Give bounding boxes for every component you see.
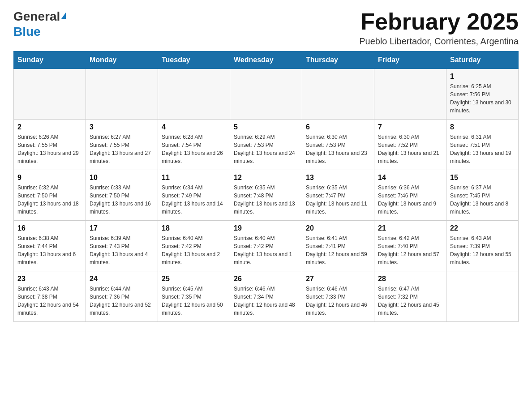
day-detail: Sunrise: 6:46 AMSunset: 7:33 PMDaylight:… — [306, 285, 370, 317]
day-number: 2 — [17, 123, 82, 131]
calendar-cell: 27Sunrise: 6:46 AMSunset: 7:33 PMDayligh… — [302, 271, 374, 322]
day-detail: Sunrise: 6:38 AMSunset: 7:44 PMDaylight:… — [17, 234, 82, 266]
day-number: 22 — [450, 224, 515, 232]
calendar-cell: 5Sunrise: 6:29 AMSunset: 7:53 PMDaylight… — [230, 120, 302, 170]
calendar-cell: 28Sunrise: 6:47 AMSunset: 7:32 PMDayligh… — [374, 271, 446, 322]
logo-arrow-icon — [61, 13, 66, 19]
calendar-day-header: Monday — [86, 51, 158, 69]
day-number: 10 — [90, 174, 154, 182]
day-number: 7 — [378, 123, 442, 131]
day-detail: Sunrise: 6:33 AMSunset: 7:50 PMDaylight:… — [90, 184, 154, 216]
day-number: 9 — [17, 174, 82, 182]
calendar-cell: 20Sunrise: 6:41 AMSunset: 7:41 PMDayligh… — [302, 221, 374, 271]
calendar-cell: 11Sunrise: 6:34 AMSunset: 7:49 PMDayligh… — [158, 170, 230, 221]
calendar-cell: 12Sunrise: 6:35 AMSunset: 7:48 PMDayligh… — [230, 170, 302, 221]
calendar-cell — [230, 69, 302, 120]
day-number: 28 — [378, 275, 442, 283]
day-detail: Sunrise: 6:25 AMSunset: 7:56 PMDaylight:… — [450, 82, 515, 115]
day-detail: Sunrise: 6:28 AMSunset: 7:54 PMDaylight:… — [162, 133, 226, 165]
day-detail: Sunrise: 6:42 AMSunset: 7:40 PMDaylight:… — [378, 234, 442, 266]
day-detail: Sunrise: 6:34 AMSunset: 7:49 PMDaylight:… — [162, 184, 226, 216]
calendar-week-row: 2Sunrise: 6:26 AMSunset: 7:55 PMDaylight… — [14, 120, 519, 170]
calendar-cell: 21Sunrise: 6:42 AMSunset: 7:40 PMDayligh… — [374, 221, 446, 271]
day-number: 17 — [90, 224, 154, 232]
calendar-cell: 24Sunrise: 6:44 AMSunset: 7:36 PMDayligh… — [86, 271, 158, 322]
calendar-day-header: Wednesday — [230, 51, 302, 69]
calendar-cell — [374, 69, 446, 120]
title-block: February 2025 Pueblo Libertador, Corrien… — [359, 9, 519, 47]
calendar-day-header: Friday — [374, 51, 446, 69]
day-number: 1 — [450, 73, 515, 81]
logo-blue-text: Blue — [13, 25, 41, 39]
day-detail: Sunrise: 6:44 AMSunset: 7:36 PMDaylight:… — [90, 285, 154, 317]
calendar-cell: 15Sunrise: 6:37 AMSunset: 7:45 PMDayligh… — [446, 170, 519, 221]
calendar-day-header: Thursday — [302, 51, 374, 69]
day-detail: Sunrise: 6:27 AMSunset: 7:55 PMDaylight:… — [90, 133, 154, 165]
day-number: 18 — [162, 224, 226, 232]
day-detail: Sunrise: 6:32 AMSunset: 7:50 PMDaylight:… — [17, 184, 82, 216]
calendar-day-header: Tuesday — [158, 51, 230, 69]
day-number: 14 — [378, 174, 442, 182]
calendar-week-row: 23Sunrise: 6:43 AMSunset: 7:38 PMDayligh… — [14, 271, 519, 322]
calendar-cell — [86, 69, 158, 120]
day-detail: Sunrise: 6:35 AMSunset: 7:47 PMDaylight:… — [306, 184, 370, 216]
calendar-cell: 6Sunrise: 6:30 AMSunset: 7:53 PMDaylight… — [302, 120, 374, 170]
calendar-cell — [302, 69, 374, 120]
calendar-day-header: Sunday — [14, 51, 86, 69]
calendar-cell: 19Sunrise: 6:40 AMSunset: 7:42 PMDayligh… — [230, 221, 302, 271]
day-number: 8 — [450, 123, 515, 131]
day-number: 24 — [90, 275, 154, 283]
location-title: Pueblo Libertador, Corrientes, Argentina — [359, 36, 519, 47]
day-detail: Sunrise: 6:40 AMSunset: 7:42 PMDaylight:… — [234, 234, 298, 266]
calendar-cell: 14Sunrise: 6:36 AMSunset: 7:46 PMDayligh… — [374, 170, 446, 221]
calendar-cell: 26Sunrise: 6:46 AMSunset: 7:34 PMDayligh… — [230, 271, 302, 322]
day-number: 5 — [234, 123, 298, 131]
calendar-cell: 16Sunrise: 6:38 AMSunset: 7:44 PMDayligh… — [14, 221, 86, 271]
logo: General Blue — [13, 9, 66, 39]
calendar-cell — [446, 271, 519, 322]
day-detail: Sunrise: 6:30 AMSunset: 7:53 PMDaylight:… — [306, 133, 370, 165]
day-number: 26 — [234, 275, 298, 283]
calendar-table: SundayMondayTuesdayWednesdayThursdayFrid… — [13, 51, 519, 322]
day-number: 6 — [306, 123, 370, 131]
calendar-cell — [158, 69, 230, 120]
day-number: 25 — [162, 275, 226, 283]
day-detail: Sunrise: 6:36 AMSunset: 7:46 PMDaylight:… — [378, 184, 442, 216]
day-number: 15 — [450, 174, 515, 182]
calendar-header-row: SundayMondayTuesdayWednesdayThursdayFrid… — [14, 51, 519, 69]
day-number: 21 — [378, 224, 442, 232]
calendar-cell — [14, 69, 86, 120]
calendar-cell: 2Sunrise: 6:26 AMSunset: 7:55 PMDaylight… — [14, 120, 86, 170]
calendar-day-header: Saturday — [446, 51, 519, 69]
calendar-cell: 10Sunrise: 6:33 AMSunset: 7:50 PMDayligh… — [86, 170, 158, 221]
calendar-cell: 1Sunrise: 6:25 AMSunset: 7:56 PMDaylight… — [446, 69, 519, 120]
calendar-cell: 17Sunrise: 6:39 AMSunset: 7:43 PMDayligh… — [86, 221, 158, 271]
day-detail: Sunrise: 6:37 AMSunset: 7:45 PMDaylight:… — [450, 184, 515, 216]
calendar-cell: 4Sunrise: 6:28 AMSunset: 7:54 PMDaylight… — [158, 120, 230, 170]
page-header: General Blue February 2025 Pueblo Libert… — [13, 9, 519, 47]
day-number: 12 — [234, 174, 298, 182]
day-detail: Sunrise: 6:46 AMSunset: 7:34 PMDaylight:… — [234, 285, 298, 317]
calendar-cell: 18Sunrise: 6:40 AMSunset: 7:42 PMDayligh… — [158, 221, 230, 271]
day-number: 13 — [306, 174, 370, 182]
logo-general-text: General — [13, 9, 60, 24]
day-detail: Sunrise: 6:30 AMSunset: 7:52 PMDaylight:… — [378, 133, 442, 165]
day-detail: Sunrise: 6:43 AMSunset: 7:39 PMDaylight:… — [450, 234, 515, 266]
day-number: 23 — [17, 275, 82, 283]
calendar-cell: 7Sunrise: 6:30 AMSunset: 7:52 PMDaylight… — [374, 120, 446, 170]
day-detail: Sunrise: 6:29 AMSunset: 7:53 PMDaylight:… — [234, 133, 298, 165]
day-detail: Sunrise: 6:39 AMSunset: 7:43 PMDaylight:… — [90, 234, 154, 266]
calendar-cell: 23Sunrise: 6:43 AMSunset: 7:38 PMDayligh… — [14, 271, 86, 322]
day-detail: Sunrise: 6:47 AMSunset: 7:32 PMDaylight:… — [378, 285, 442, 317]
day-detail: Sunrise: 6:26 AMSunset: 7:55 PMDaylight:… — [17, 133, 82, 165]
day-number: 11 — [162, 174, 226, 182]
day-number: 27 — [306, 275, 370, 283]
day-number: 3 — [90, 123, 154, 131]
calendar-cell: 22Sunrise: 6:43 AMSunset: 7:39 PMDayligh… — [446, 221, 519, 271]
calendar-cell: 3Sunrise: 6:27 AMSunset: 7:55 PMDaylight… — [86, 120, 158, 170]
day-detail: Sunrise: 6:35 AMSunset: 7:48 PMDaylight:… — [234, 184, 298, 216]
day-detail: Sunrise: 6:41 AMSunset: 7:41 PMDaylight:… — [306, 234, 370, 266]
calendar-week-row: 1Sunrise: 6:25 AMSunset: 7:56 PMDaylight… — [14, 69, 519, 120]
calendar-cell: 8Sunrise: 6:31 AMSunset: 7:51 PMDaylight… — [446, 120, 519, 170]
day-detail: Sunrise: 6:40 AMSunset: 7:42 PMDaylight:… — [162, 234, 226, 266]
